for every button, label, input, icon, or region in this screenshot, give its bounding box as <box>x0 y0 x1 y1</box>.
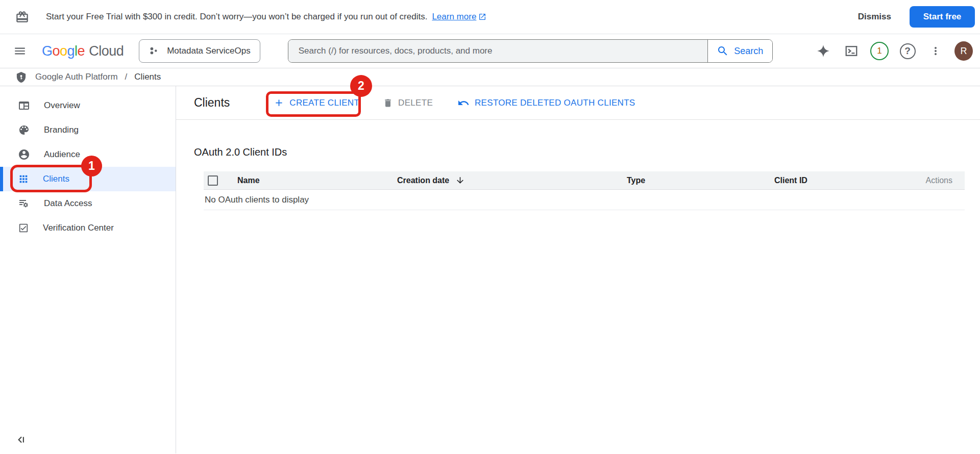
sidebar-item-branding[interactable]: Branding <box>0 118 176 142</box>
plus-icon <box>274 97 284 108</box>
table-header: Name Creation date Type Client ID Action… <box>204 171 965 190</box>
column-creation-date[interactable]: Creation date <box>397 175 627 185</box>
overview-icon <box>18 99 30 112</box>
restore-clients-button[interactable]: RESTORE DELETED OAUTH CLIENTS <box>457 97 635 109</box>
cloud-wordmark: Cloud <box>89 43 124 59</box>
table-empty-row: No OAuth clients to display <box>204 190 965 210</box>
sidebar-item-data-access[interactable]: Data Access <box>0 191 176 216</box>
google-cloud-logo: Google Cloud <box>42 43 124 59</box>
column-name[interactable]: Name <box>237 176 397 185</box>
project-picker[interactable]: Motadata ServiceOps <box>139 39 260 63</box>
notification-count: 1 <box>877 46 881 56</box>
undo-icon <box>457 97 470 109</box>
sidebar-item-label: Branding <box>44 125 79 135</box>
breadcrumb: Google Auth Platform / Clients <box>0 68 980 86</box>
select-all-cell <box>204 175 237 186</box>
hamburger-icon <box>13 44 27 58</box>
external-link-icon <box>478 13 486 21</box>
free-trial-banner: Start your Free Trial with $300 in credi… <box>0 0 980 34</box>
select-all-checkbox[interactable] <box>208 175 218 186</box>
delete-button[interactable]: DELETE <box>383 98 433 108</box>
learn-more-link[interactable]: Learn more <box>432 12 486 22</box>
column-client-id[interactable]: Client ID <box>774 176 926 185</box>
google-wordmark: Google <box>42 43 85 59</box>
project-name: Motadata ServiceOps <box>167 46 250 56</box>
collapse-icon <box>14 433 28 446</box>
oauth-clients-table: Name Creation date Type Client ID Action… <box>204 171 965 210</box>
dismiss-button[interactable]: Dismiss <box>858 12 891 22</box>
search-input[interactable] <box>288 40 707 62</box>
trash-icon <box>383 98 393 108</box>
notifications-button[interactable]: 1 <box>870 42 889 60</box>
page-title: Clients <box>194 96 230 110</box>
person-icon <box>18 148 30 161</box>
cloud-shell-button[interactable] <box>842 42 861 60</box>
sidebar-item-label: Data Access <box>44 198 92 209</box>
sidebar-item-label: Clients <box>43 174 69 184</box>
more-options-button[interactable] <box>926 42 945 60</box>
more-vert-icon <box>929 45 942 57</box>
help-button[interactable]: ? <box>898 42 917 60</box>
search-bar: Search <box>288 39 773 63</box>
create-client-button[interactable]: CREATE CLIENT <box>274 97 359 108</box>
notification-badge: 1 <box>870 42 889 60</box>
oauth-clients-section: OAuth 2.0 Client IDs <box>176 120 980 158</box>
sidebar-item-label: Audience <box>44 149 80 160</box>
search-button[interactable]: Search <box>707 40 772 62</box>
clients-toolbar: Clients CREATE CLIENT DELETE RESTORE DEL… <box>176 86 980 120</box>
search-icon <box>717 45 729 57</box>
apps-grid-icon <box>18 173 29 185</box>
gift-icon <box>15 10 29 24</box>
page-body: Overview Branding Audience Clients Data … <box>0 86 980 453</box>
create-client-label: CREATE CLIENT <box>289 98 359 108</box>
sidebar-item-clients[interactable]: Clients <box>0 167 176 191</box>
banner-message: Start your Free Trial with $300 in credi… <box>46 12 427 22</box>
sidebar-item-verification-center[interactable]: Verification Center <box>0 216 176 240</box>
project-icon <box>149 45 160 57</box>
header-icons: 1 ? R <box>814 42 973 60</box>
collapse-sidebar-button[interactable] <box>12 431 30 448</box>
auth-platform-icon <box>15 71 27 83</box>
start-free-button[interactable]: Start free <box>910 6 975 28</box>
breadcrumb-separator: / <box>125 72 128 82</box>
sidebar-item-overview[interactable]: Overview <box>0 93 176 118</box>
avatar: R <box>954 41 973 61</box>
sidebar: Overview Branding Audience Clients Data … <box>0 86 176 453</box>
main-content: Clients CREATE CLIENT DELETE RESTORE DEL… <box>176 86 980 453</box>
help-icon: ? <box>900 43 916 59</box>
sort-desc-icon <box>455 175 465 185</box>
main-menu-button[interactable] <box>11 42 29 60</box>
column-type[interactable]: Type <box>627 176 774 185</box>
empty-table-message: No OAuth clients to display <box>205 195 309 205</box>
sidebar-item-label: Verification Center <box>43 223 114 233</box>
sparkle-icon <box>816 44 830 58</box>
column-creation-date-label: Creation date <box>397 176 449 185</box>
column-actions: Actions <box>926 176 965 185</box>
verification-icon <box>18 222 29 234</box>
data-access-icon <box>18 197 30 210</box>
gemini-button[interactable] <box>814 42 832 60</box>
palette-icon <box>18 124 30 136</box>
sidebar-item-audience[interactable]: Audience <box>0 142 176 167</box>
breadcrumb-root[interactable]: Google Auth Platform <box>35 72 118 82</box>
avatar-button[interactable]: R <box>954 42 973 60</box>
terminal-icon <box>844 44 859 58</box>
breadcrumb-current: Clients <box>134 72 161 82</box>
learn-more-label: Learn more <box>432 12 476 22</box>
delete-label: DELETE <box>398 98 433 108</box>
section-title: OAuth 2.0 Client IDs <box>194 146 980 158</box>
search-button-label: Search <box>734 46 763 57</box>
sidebar-item-label: Overview <box>44 100 80 111</box>
restore-clients-label: RESTORE DELETED OAUTH CLIENTS <box>475 98 635 108</box>
app-header: Google Cloud Motadata ServiceOps Search … <box>0 34 980 68</box>
